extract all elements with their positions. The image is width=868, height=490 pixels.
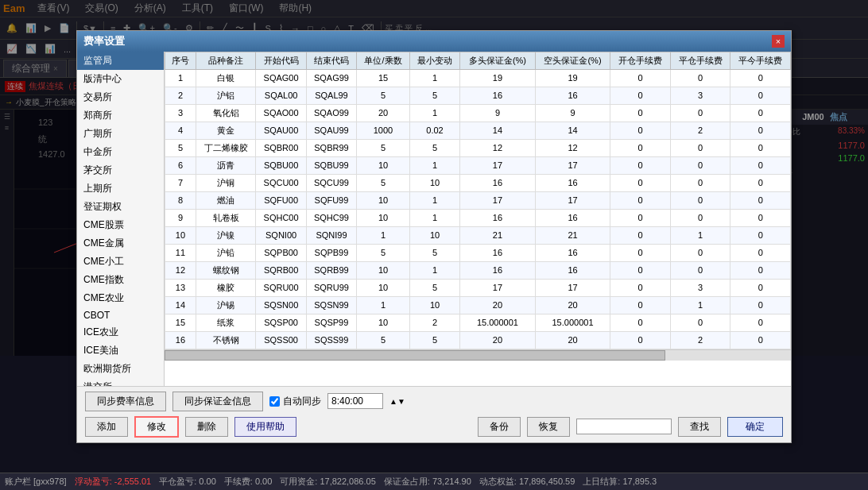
tree-item-15[interactable]: ICE农业 xyxy=(77,323,164,341)
tree-item-5[interactable]: 中金所 xyxy=(77,143,164,161)
query-button[interactable]: 查找 xyxy=(678,417,721,437)
tree-item-16[interactable]: ICE美油 xyxy=(77,341,164,360)
modal-close-button[interactable]: × xyxy=(772,35,785,48)
table-cell: 16 xyxy=(460,87,536,104)
status-dynamic: 动态权益: 17,896,450.59 xyxy=(479,476,575,488)
table-cell: 9 xyxy=(535,104,610,122)
sync-margin-button[interactable]: 同步保证金信息 xyxy=(172,392,263,411)
tree-item-17[interactable]: 欧洲期货所 xyxy=(77,360,164,378)
table-cell: 0 xyxy=(610,296,671,314)
table-cell: 4 xyxy=(165,122,196,139)
table-cell: 沥青 xyxy=(196,156,256,174)
tree-item-18[interactable]: 港交所 xyxy=(77,378,164,386)
table-cell: 0 xyxy=(610,331,671,349)
table-row[interactable]: 10沪镍SQNI00SQNI991102121010 xyxy=(165,226,791,244)
tree-item-10[interactable]: CME金属 xyxy=(77,234,164,253)
table-cell: 10 xyxy=(357,261,410,279)
time-spinner[interactable]: ▲▼ xyxy=(389,397,405,406)
th-unit: 单位/乘数 xyxy=(357,52,410,69)
tree-item-9[interactable]: CME股票 xyxy=(77,216,164,234)
table-cell: 不锈钢 xyxy=(196,331,256,349)
table-cell: 0 xyxy=(730,296,791,314)
table-row[interactable]: 8燃油SQFU00SQFU991011717000 xyxy=(165,191,791,209)
tree-item-6[interactable]: 茅交所 xyxy=(77,161,164,179)
tree-item-1[interactable]: 版清中心 xyxy=(77,70,164,88)
table-area[interactable]: 序号 品种备注 开始代码 结束代码 单位/乘数 最小变动 多头保证金(%) 空头… xyxy=(165,52,791,386)
table-row[interactable]: 4黄金SQAU00SQAU9910000.021414020 xyxy=(165,122,791,139)
table-cell: 6 xyxy=(165,156,196,174)
table-row[interactable]: 15纸浆SQSP00SQSP9910215.00000115.000001000 xyxy=(165,314,791,331)
table-row[interactable]: 5丁二烯橡胶SQBR00SQBR99551212000 xyxy=(165,139,791,156)
status-float-pnl: 浮动盈亏: -2,555.01 xyxy=(75,476,152,488)
table-cell: 9 xyxy=(165,209,196,226)
footer-buttons-right: 备份 恢复 查找 确定 xyxy=(478,417,783,437)
table-cell: 12 xyxy=(165,261,196,279)
modal-body: 监管局 版清中心 交易所 郑商所 广期所 中金所 茅交所 上期所 登证期权 CM… xyxy=(77,52,791,386)
th-open-fee: 开仓手续费 xyxy=(610,52,671,69)
delete-button[interactable]: 删除 xyxy=(185,417,228,437)
tree-item-12[interactable]: CME指数 xyxy=(77,271,164,289)
tree-item-2[interactable]: 交易所 xyxy=(77,88,164,106)
table-cell: 0 xyxy=(610,104,671,122)
auto-sync-checkbox[interactable] xyxy=(269,396,280,407)
query-input[interactable] xyxy=(576,419,672,434)
modify-button[interactable]: 修改 xyxy=(134,416,179,438)
table-cell: SQBR00 xyxy=(256,139,306,156)
tree-item-13[interactable]: CME农业 xyxy=(77,289,164,307)
table-cell: SQCU99 xyxy=(306,174,356,191)
table-cell: 10 xyxy=(357,314,410,331)
scrollbar-thumb[interactable] xyxy=(165,350,665,361)
table-cell: 17 xyxy=(460,191,536,209)
time-input[interactable] xyxy=(327,393,383,409)
table-row[interactable]: 14沪锡SQSN00SQSN991102020010 xyxy=(165,296,791,314)
table-cell: 17 xyxy=(535,156,610,174)
table-row[interactable]: 6沥青SQBU00SQBU991011717000 xyxy=(165,156,791,174)
table-cell: 0 xyxy=(610,174,671,191)
table-cell: 10 xyxy=(357,156,410,174)
tree-item-4[interactable]: 广期所 xyxy=(77,125,164,143)
table-cell: SQCU00 xyxy=(256,174,306,191)
table-cell: 17 xyxy=(535,279,610,296)
table-row[interactable]: 7沪铜SQCU00SQCU995101616000 xyxy=(165,174,791,191)
table-cell: 螺纹钢 xyxy=(196,261,256,279)
table-row[interactable]: 2沪铝SQAL00SQAL99551616030 xyxy=(165,87,791,104)
table-cell: SQFU99 xyxy=(306,191,356,209)
table-cell: 10 xyxy=(409,226,459,244)
table-cell: SQAL99 xyxy=(306,87,356,104)
confirm-button[interactable]: 确定 xyxy=(727,417,783,437)
table-cell: 5 xyxy=(409,244,459,261)
status-margin: 保证金占用: 73,214.90 xyxy=(384,476,471,488)
sync-fee-button[interactable]: 同步费率信息 xyxy=(85,392,166,411)
table-row[interactable]: 12螺纹钢SQRB00SQRB991011616000 xyxy=(165,261,791,279)
table-row[interactable]: 3氧化铝SQAO00SQAO9920199000 xyxy=(165,104,791,122)
footer-row2: 添加 修改 删除 使用帮助 备份 恢复 查找 确定 xyxy=(85,416,783,438)
table-row[interactable]: 16不锈钢SQSS00SQSS99552020020 xyxy=(165,331,791,349)
table-scrollbar[interactable] xyxy=(165,349,791,361)
help-button[interactable]: 使用帮助 xyxy=(234,417,296,437)
table-cell: 10 xyxy=(357,279,410,296)
table-row[interactable]: 9轧卷板SQHC00SQHC991011616000 xyxy=(165,209,791,226)
tree-panel: 监管局 版清中心 交易所 郑商所 广期所 中金所 茅交所 上期所 登证期权 CM… xyxy=(77,52,165,386)
table-cell: 5 xyxy=(357,87,410,104)
table-cell: 21 xyxy=(535,226,610,244)
table-row[interactable]: 1白银SQAG00SQAG991511919000 xyxy=(165,69,791,87)
tree-item-14[interactable]: CBOT xyxy=(77,307,164,323)
tree-item-0[interactable]: 监管局 xyxy=(77,52,164,70)
status-available: 可用资金: 17,822,086.05 xyxy=(280,476,375,488)
th-seq: 序号 xyxy=(165,52,196,69)
table-cell: 0 xyxy=(670,244,730,261)
tree-item-8[interactable]: 登证期权 xyxy=(77,198,164,216)
table-cell: 17 xyxy=(535,191,610,209)
table-cell: 丁二烯橡胶 xyxy=(196,139,256,156)
restore-button[interactable]: 恢复 xyxy=(527,417,570,437)
table-cell: SQSS99 xyxy=(306,331,356,349)
table-cell: 8 xyxy=(165,191,196,209)
backup-button[interactable]: 备份 xyxy=(478,417,521,437)
add-button[interactable]: 添加 xyxy=(85,417,128,437)
table-row[interactable]: 13橡胶SQRU00SQRU991051717030 xyxy=(165,279,791,296)
tree-item-7[interactable]: 上期所 xyxy=(77,179,164,198)
table-cell: 0 xyxy=(610,139,671,156)
tree-item-3[interactable]: 郑商所 xyxy=(77,106,164,125)
tree-item-11[interactable]: CME小工 xyxy=(77,253,164,271)
table-row[interactable]: 11沪铅SQPB00SQPB99551616000 xyxy=(165,244,791,261)
